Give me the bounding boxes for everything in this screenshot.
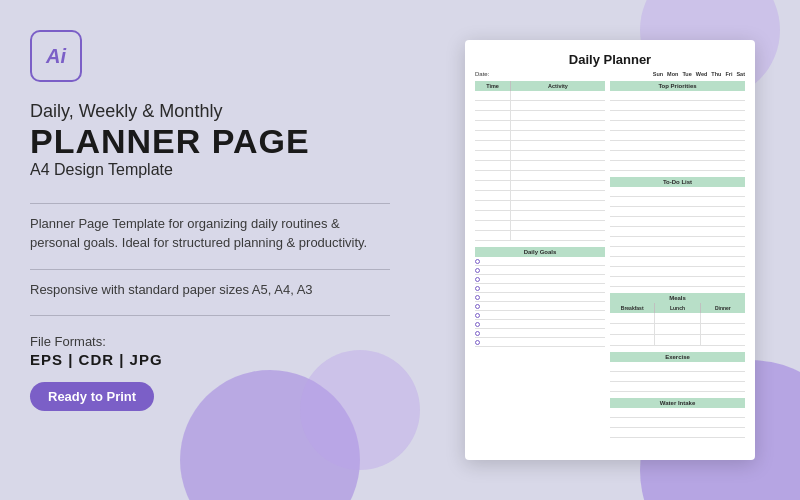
ai-logo-text: Ai: [46, 45, 66, 68]
water-row: [610, 408, 745, 418]
breakfast-label: Breakfast: [610, 303, 655, 313]
meals-cell: [655, 324, 700, 334]
meals-row: [610, 313, 745, 324]
daily-goals-header: Daily Goals: [475, 247, 605, 257]
water-section: Water Intake: [610, 398, 745, 438]
goal-row: [475, 302, 605, 311]
daily-goals-section: Daily Goals: [475, 247, 605, 347]
day-sat: Sat: [736, 71, 745, 77]
schedule-row: [475, 101, 605, 111]
exercise-row: [610, 382, 745, 392]
day-wed: Wed: [696, 71, 708, 77]
priority-row: [610, 141, 745, 151]
schedule-row: [475, 91, 605, 101]
meals-section: Meals Breakfast Lunch Dinner: [610, 293, 745, 346]
day-thu: Thu: [711, 71, 721, 77]
todo-row: [610, 197, 745, 207]
schedule-row: [475, 191, 605, 201]
water-rows: [610, 408, 745, 438]
meals-header: Meals: [610, 293, 745, 303]
goal-circle: [475, 259, 480, 264]
schedule-row: [475, 201, 605, 211]
goal-circle: [475, 340, 480, 345]
schedule-header: Time Activity: [475, 81, 605, 91]
goal-row: [475, 293, 605, 302]
todo-row: [610, 277, 745, 287]
goal-circle: [475, 268, 480, 273]
schedule-row: [475, 221, 605, 231]
ai-logo: Ai: [30, 30, 82, 82]
title-line3: A4 Design Template: [30, 161, 390, 179]
priority-row: [610, 161, 745, 171]
exercise-header: Exercise: [610, 352, 745, 362]
goal-row: [475, 275, 605, 284]
goal-circle: [475, 286, 480, 291]
day-fri: Fri: [725, 71, 732, 77]
goal-circle: [475, 295, 480, 300]
divider-3: [30, 315, 390, 316]
priority-row: [610, 111, 745, 121]
goal-row: [475, 338, 605, 347]
ready-to-print-button[interactable]: Ready to Print: [30, 382, 154, 411]
meals-sub-header: Breakfast Lunch Dinner: [610, 303, 745, 313]
meals-cell: [701, 313, 745, 323]
date-label: Date:: [475, 71, 489, 77]
title-section: Daily, Weekly & Monthly PLANNER PAGE A4 …: [30, 100, 390, 179]
priority-row: [610, 121, 745, 131]
goal-row: [475, 257, 605, 266]
planner-right-col: Top Priorities To-Do List: [610, 81, 745, 451]
schedule-section: Time Activity: [475, 81, 605, 241]
time-header: Time: [475, 81, 511, 91]
goal-circle: [475, 331, 480, 336]
schedule-row: [475, 141, 605, 151]
planner-card: Daily Planner Date: Sun Mon Tue Wed Thu …: [465, 40, 755, 460]
priority-row: [610, 131, 745, 141]
schedule-row: [475, 111, 605, 121]
planner-body: Time Activity: [475, 81, 745, 451]
top-priorities-section: Top Priorities: [610, 81, 745, 171]
schedule-row: [475, 161, 605, 171]
goal-row: [475, 329, 605, 338]
meals-row: [610, 335, 745, 346]
title-line1: Daily, Weekly & Monthly: [30, 100, 390, 123]
schedule-row: [475, 181, 605, 191]
planner-days: Sun Mon Tue Wed Thu Fri Sat: [653, 71, 745, 77]
todo-row: [610, 187, 745, 197]
day-sun: Sun: [653, 71, 663, 77]
water-row: [610, 418, 745, 428]
meals-cell: [655, 335, 700, 345]
exercise-row: [610, 362, 745, 372]
todo-row: [610, 227, 745, 237]
exercise-section: Exercise: [610, 352, 745, 392]
goal-row: [475, 311, 605, 320]
goal-row: [475, 266, 605, 275]
description-1: Planner Page Template for organizing dai…: [30, 214, 390, 253]
water-header: Water Intake: [610, 398, 745, 408]
planner-left-col: Time Activity: [475, 81, 605, 451]
deco-circle-2: [300, 350, 420, 470]
todo-row: [610, 247, 745, 257]
dinner-label: Dinner: [701, 303, 745, 313]
meals-cell: [610, 313, 655, 323]
goal-row: [475, 320, 605, 329]
meals-cell: [701, 324, 745, 334]
top-priorities-rows: [610, 91, 745, 171]
meals-cell: [701, 335, 745, 345]
todo-row: [610, 237, 745, 247]
goal-circle: [475, 277, 480, 282]
divider-2: [30, 269, 390, 270]
priority-row: [610, 101, 745, 111]
todo-row: [610, 217, 745, 227]
meals-cell: [610, 324, 655, 334]
goal-row: [475, 284, 605, 293]
todo-row: [610, 207, 745, 217]
todo-row: [610, 257, 745, 267]
meals-row: [610, 324, 745, 335]
file-formats-label: File Formats:: [30, 334, 390, 349]
schedule-row: [475, 121, 605, 131]
todo-row: [610, 267, 745, 277]
day-tue: Tue: [682, 71, 691, 77]
meals-cell: [655, 313, 700, 323]
activity-header: Activity: [511, 81, 605, 91]
lunch-label: Lunch: [655, 303, 700, 313]
